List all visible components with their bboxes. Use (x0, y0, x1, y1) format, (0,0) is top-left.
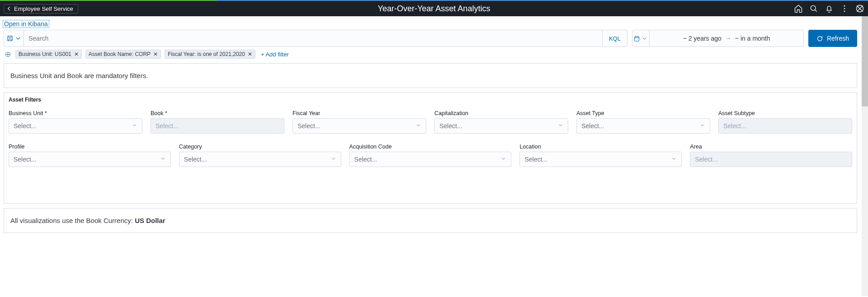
filter-select[interactable]: Select... (349, 152, 512, 167)
filter-chip[interactable]: Fiscal Year: is one of 2021,2020✕ (165, 50, 255, 59)
disk-icon (6, 35, 14, 42)
saved-queries-button[interactable] (4, 30, 24, 46)
more-vertical-icon[interactable] (840, 4, 849, 13)
add-filter-button[interactable]: + Add filter (259, 50, 291, 59)
filter-field: LocationSelect... (519, 144, 682, 167)
arrow-right-icon: → (725, 35, 731, 42)
filter-label: Fiscal Year (292, 110, 426, 116)
filter-select[interactable]: Select... (292, 118, 426, 134)
chevron-down-icon (699, 122, 705, 130)
filter-select[interactable]: Select... (179, 152, 341, 167)
asset-filters-panel: Asset Filters Business Unit *Select...Bo… (4, 93, 857, 204)
vertical-scrollbar[interactable] (862, 16, 868, 296)
filter-label: Book * (151, 110, 284, 116)
chevron-down-icon (14, 35, 22, 42)
filter-field: Asset SubtypeSelect... (718, 110, 852, 134)
filter-field: Acquisition CodeSelect... (349, 144, 512, 167)
filter-field: Business Unit *Select... (9, 110, 142, 134)
filter-select[interactable]: Select... (9, 118, 142, 134)
filter-label: Asset Type (576, 110, 710, 116)
asset-filters-title: Asset Filters (9, 97, 852, 107)
home-icon[interactable] (794, 4, 803, 13)
kql-toggle[interactable]: KQL (602, 30, 627, 46)
search-icon[interactable] (809, 4, 818, 13)
select-placeholder: Select... (524, 156, 547, 163)
filter-select[interactable]: Select... (519, 152, 682, 167)
filter-field: CategorySelect... (179, 144, 341, 167)
header-actions (794, 4, 864, 13)
back-button[interactable]: Employee Self Service (4, 4, 78, 14)
select-placeholder: Select... (439, 122, 462, 130)
chevron-down-icon (500, 156, 506, 163)
remove-filter-icon[interactable]: ✕ (74, 51, 79, 57)
mandatory-filters-notice: Business Unit and Book are mandatory fil… (4, 63, 857, 88)
filter-select[interactable]: Select... (9, 152, 171, 167)
refresh-icon (816, 35, 823, 42)
refresh-label: Refresh (827, 35, 849, 42)
currency-prefix: All visualizations use the Book Currency… (10, 217, 135, 224)
chevron-down-icon (557, 122, 563, 130)
select-placeholder: Select... (14, 122, 37, 130)
app-header: Employee Self Service Year-Over-Year Ass… (0, 1, 868, 16)
select-placeholder: Select... (354, 156, 377, 163)
chevron-down-icon (330, 156, 336, 163)
search-input[interactable] (24, 30, 602, 46)
filter-field: Fiscal YearSelect... (292, 110, 426, 134)
select-placeholder: Select... (184, 156, 207, 163)
select-placeholder: Select... (695, 156, 718, 163)
open-in-kibana-link[interactable]: Open in Kibana (3, 20, 49, 28)
currency-notice: All visualizations use the Book Currency… (4, 208, 857, 233)
filter-label: Profile (9, 144, 171, 150)
filter-chip[interactable]: Business Unit: US001✕ (15, 50, 82, 59)
compass-icon[interactable] (855, 4, 864, 13)
currency-value: US Dollar (135, 217, 165, 224)
filter-chip-label: Asset Book Name: CORP (89, 51, 151, 57)
filter-field: AreaSelect... (690, 144, 852, 167)
filter-label: Capitalization (434, 110, 568, 116)
filter-field: CapitalizationSelect... (434, 110, 568, 134)
filter-label: Area (690, 144, 852, 150)
filter-label: Category (179, 144, 341, 150)
filter-select[interactable]: Select... (576, 118, 710, 134)
filter-select: Select... (718, 118, 852, 134)
bell-icon[interactable] (825, 4, 834, 13)
filter-select: Select... (151, 118, 284, 134)
date-to: ~ in a month (735, 35, 770, 42)
calendar-icon (633, 35, 640, 42)
remove-filter-icon[interactable]: ✕ (153, 51, 158, 57)
back-label: Employee Self Service (14, 5, 73, 12)
filter-select: Select... (690, 152, 852, 167)
refresh-button[interactable]: Refresh (808, 30, 857, 47)
scrollbar-thumb[interactable] (862, 16, 868, 107)
chevron-left-icon (6, 5, 12, 12)
remove-filter-icon[interactable]: ✕ (248, 51, 252, 57)
chevron-down-icon (160, 156, 166, 163)
filters-menu-button[interactable] (4, 50, 12, 58)
filter-chips-row: Business Unit: US001✕Asset Book Name: CO… (0, 47, 861, 63)
filter-label: Acquisition Code (349, 144, 512, 150)
chevron-down-icon (415, 122, 421, 130)
date-from: ~ 2 years ago (683, 35, 722, 42)
select-placeholder: Select... (14, 156, 37, 163)
filter-field: ProfileSelect... (9, 144, 171, 167)
filter-icon (5, 51, 11, 58)
svg-point-2 (844, 8, 845, 9)
filter-chip-label: Business Unit: US001 (19, 51, 71, 57)
svg-point-1 (844, 5, 845, 7)
chevron-down-icon (641, 35, 648, 42)
select-placeholder: Select... (581, 122, 604, 130)
search-container: KQL (4, 30, 627, 47)
date-quick-select[interactable] (632, 30, 650, 46)
filter-chip[interactable]: Asset Book Name: CORP✕ (85, 50, 161, 59)
page-title: Year-Over-Year Asset Analytics (378, 4, 491, 14)
select-placeholder: Select... (723, 122, 746, 130)
filter-select[interactable]: Select... (434, 118, 568, 134)
date-range-picker[interactable]: ~ 2 years ago → ~ in a month (632, 30, 804, 47)
date-range-display[interactable]: ~ 2 years ago → ~ in a month (650, 35, 803, 42)
content: Open in Kibana KQL ~ 2 years ago → ~ in … (0, 16, 868, 233)
svg-rect-5 (7, 36, 12, 41)
chevron-down-icon (671, 156, 677, 163)
chevron-down-icon (132, 122, 137, 130)
filter-field: Asset TypeSelect... (576, 110, 710, 134)
filter-field: Book *Select... (151, 110, 284, 134)
